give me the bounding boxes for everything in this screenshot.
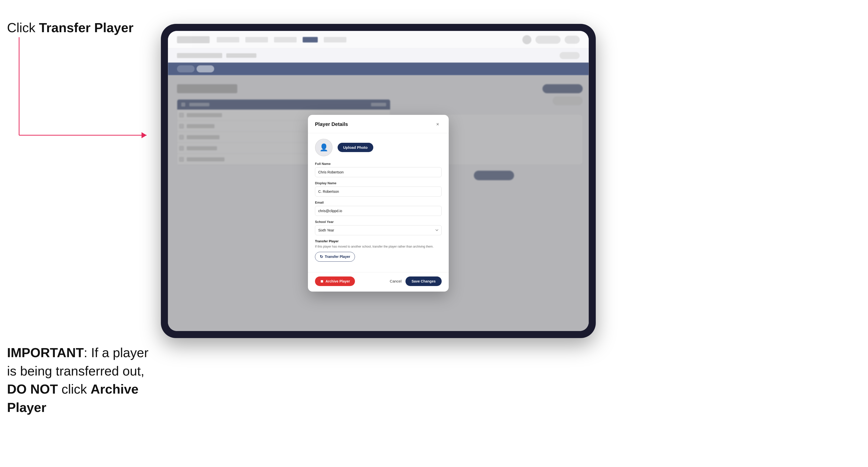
breadcrumb-placeholder: [177, 53, 222, 58]
archive-btn-label: Archive Player: [326, 279, 350, 283]
upload-photo-button[interactable]: Upload Photo: [338, 143, 373, 152]
nav-item-2: [245, 37, 268, 42]
transfer-icon: ↻: [320, 254, 323, 259]
instruction-top: Click Transfer Player: [7, 20, 133, 35]
app-tabs: [168, 63, 589, 75]
display-name-field: Display Name: [315, 181, 442, 196]
instruction-click: click: [58, 382, 91, 396]
app-navbar: [168, 31, 589, 49]
email-field: Email: [315, 200, 442, 216]
instruction-top-bold: Transfer Player: [39, 20, 133, 35]
app-logo: [177, 36, 210, 43]
instruction-important: IMPORTANT: [7, 345, 84, 360]
school-year-field: School Year First Year Second Year Third…: [315, 220, 442, 235]
tab-1: [177, 65, 194, 72]
cancel-button[interactable]: Cancel: [390, 279, 402, 283]
transfer-section: Transfer Player If this player has moved…: [315, 239, 442, 262]
archive-player-button[interactable]: ⏹ Archive Player: [315, 277, 355, 286]
nav-action-btn: [535, 36, 561, 44]
display-name-input[interactable]: [315, 187, 442, 196]
nav-items: [217, 37, 515, 42]
subheader-info: [226, 53, 256, 58]
school-year-select[interactable]: First Year Second Year Third Year Fourth…: [315, 225, 442, 235]
instruction-bottom: IMPORTANT: If a player is being transfer…: [7, 344, 153, 417]
app-main: Player Details × 👤: [168, 75, 589, 331]
nav-item-1: [217, 37, 239, 42]
instruction-top-prefix: Click: [7, 20, 39, 35]
modal-header: Player Details ×: [308, 115, 449, 133]
nav-item-3: [274, 37, 297, 42]
transfer-player-button[interactable]: ↻ Transfer Player: [315, 252, 355, 262]
archive-icon: ⏹: [320, 279, 323, 283]
subheader-action: [560, 52, 580, 59]
footer-right-actions: Cancel Save Changes: [390, 277, 442, 286]
modal-title: Player Details: [315, 121, 348, 127]
close-icon: ×: [436, 121, 439, 127]
app-background: Player Details × 👤: [168, 31, 589, 331]
email-label: Email: [315, 200, 442, 204]
user-icon: 👤: [319, 143, 328, 152]
save-changes-button[interactable]: Save Changes: [405, 277, 442, 286]
nav-secondary-btn: [565, 36, 580, 44]
arrow-annotation: [7, 37, 158, 148]
nav-item-5: [324, 37, 346, 42]
school-year-label: School Year: [315, 220, 442, 224]
transfer-section-title: Transfer Player: [315, 239, 442, 243]
nav-avatar: [522, 35, 531, 44]
display-name-label: Display Name: [315, 181, 442, 185]
tab-active: [196, 65, 214, 72]
email-input[interactable]: [315, 206, 442, 216]
player-details-modal: Player Details × 👤: [308, 115, 449, 291]
nav-right: [522, 35, 580, 44]
tablet-device: Player Details × 👤: [161, 24, 596, 338]
instruction-do-not: DO NOT: [7, 382, 58, 396]
modal-close-button[interactable]: ×: [434, 120, 442, 128]
full-name-label: Full Name: [315, 162, 442, 166]
modal-footer: ⏹ Archive Player Cancel Save Changes: [308, 272, 449, 291]
transfer-btn-label: Transfer Player: [325, 255, 350, 259]
modal-overlay: Player Details × 👤: [168, 75, 589, 331]
photo-section: 👤 Upload Photo: [315, 139, 442, 156]
nav-item-active: [303, 37, 318, 42]
avatar-placeholder: 👤: [315, 139, 333, 156]
full-name-input[interactable]: [315, 167, 442, 177]
app-subheader: [168, 49, 589, 63]
tablet-screen: Player Details × 👤: [168, 31, 589, 331]
svg-marker-2: [142, 132, 147, 138]
full-name-field: Full Name: [315, 162, 442, 177]
transfer-section-desc: If this player has moved to another scho…: [315, 244, 442, 249]
modal-body: 👤 Upload Photo Full Name: [308, 133, 449, 272]
